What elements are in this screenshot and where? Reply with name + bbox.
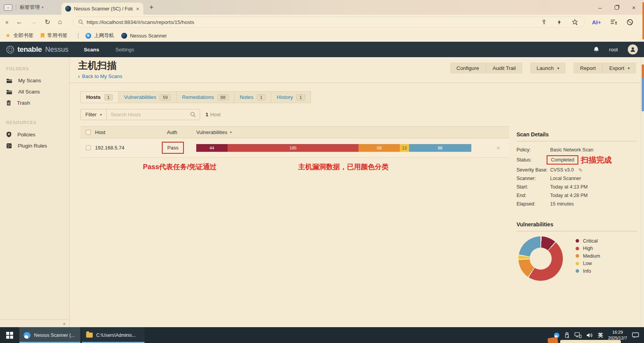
detail-value: CVSS v3.0: [550, 167, 574, 173]
folder-icon: [6, 78, 12, 83]
auth-pass-annotation-box: Pass: [162, 142, 184, 154]
tab-label: Hosts: [86, 94, 101, 100]
column-auth[interactable]: Auth: [167, 129, 196, 135]
detail-row-scanner: Scanner: Local Scanner: [517, 174, 637, 183]
refresh-button[interactable]: ↻: [45, 18, 50, 26]
severity-bar[interactable]: 44 185 58 13 88: [196, 144, 471, 152]
address-bar[interactable]: https://localhost:8834/#/scans/reports/1…: [73, 17, 585, 27]
bookmarks-bar: ★ 全部书签 常用书签 e 上网导航 Nessus Scanner: [0, 29, 644, 42]
window-minimize-button[interactable]: –: [598, 4, 602, 11]
tab-group-icon[interactable]: –: [4, 4, 12, 11]
scrollbar-marker-orange: [642, 65, 644, 77]
speaker-icon[interactable]: [586, 333, 593, 338]
bookmark-webnav[interactable]: e 上网导航: [85, 32, 114, 39]
scan-tabs: Hosts 1 Vulnerabilities 59 Remediations …: [80, 91, 311, 103]
table-row[interactable]: 192.168.5.74 Pass 44 185 58 13: [80, 138, 509, 158]
tab-notes[interactable]: Notes 1: [234, 91, 271, 103]
new-tab-button[interactable]: +: [150, 3, 154, 12]
ai-copilot-button[interactable]: AI+: [592, 19, 601, 25]
taskbar-app-explorer[interactable]: C:\Users\Adminis...: [82, 327, 144, 343]
row-checkbox[interactable]: [86, 145, 91, 150]
sidebar-item-trash[interactable]: Trash: [0, 97, 69, 109]
column-vulnerabilities[interactable]: Vulnerabilities ▾: [196, 129, 488, 135]
detail-row-end: End: Today at 4:28 PM: [517, 191, 637, 200]
tab-manager-button[interactable]: 标签管理 ▾: [20, 4, 44, 11]
key-icon[interactable]: [541, 19, 547, 25]
back-button[interactable]: ←: [16, 18, 23, 26]
bell-icon[interactable]: [593, 46, 599, 53]
sidebar-item-policies[interactable]: Policies: [0, 129, 69, 140]
sidebar-item-my-scans[interactable]: My Scans: [0, 75, 69, 86]
tab-close-icon[interactable]: ×: [136, 6, 139, 12]
report-export-group: Report Export ▾: [573, 63, 636, 73]
browser-titlebar: – 标签管理 ▾ Nessus Scanner (SC) / Folde × +…: [0, 0, 644, 15]
vulnerabilities-donut-chart[interactable]: [518, 236, 563, 281]
tenable-logo[interactable]: tenableNessus: [6, 45, 68, 54]
taskbar-clock[interactable]: 16:29 2025/12/7: [608, 329, 627, 341]
lightning-icon[interactable]: [557, 19, 562, 25]
tab-label: Remediations: [182, 94, 214, 100]
user-menu[interactable]: root: [609, 47, 618, 53]
nav-settings[interactable]: Settings: [116, 47, 134, 53]
filter-label: Filter: [85, 112, 97, 117]
window-restore-button[interactable]: [615, 5, 619, 10]
row-dismiss-icon[interactable]: ×: [488, 144, 509, 151]
back-to-my-scans-link[interactable]: ‹ Back to My Scans: [78, 73, 122, 79]
bookmark-common[interactable]: 常用书签: [41, 32, 67, 39]
column-host[interactable]: Host: [95, 129, 167, 135]
host-ip[interactable]: 192.168.5.74: [95, 145, 167, 151]
reading-list-icon[interactable]: [610, 19, 617, 25]
export-button[interactable]: Export ▾: [602, 63, 636, 73]
audit-trail-button[interactable]: Audit Trail: [486, 63, 522, 73]
network-icon[interactable]: [574, 332, 581, 338]
tab-vulnerabilities[interactable]: Vulnerabilities 59: [118, 91, 176, 103]
extensions-overflow-icon[interactable]: »: [5, 19, 8, 25]
bookmark-label: 全部书签: [13, 32, 33, 39]
severity-segment-critical[interactable]: 44: [196, 144, 228, 152]
start-button[interactable]: [0, 327, 19, 343]
tab-title: Nessus Scanner (SC) / Folde: [74, 6, 133, 12]
browser-tab-active[interactable]: Nessus Scanner (SC) / Folde ×: [61, 3, 143, 15]
home-button[interactable]: ⌂: [58, 18, 62, 26]
severity-segment-medium[interactable]: 58: [359, 144, 399, 152]
detail-row-elapsed: Elapsed: 15 minutes: [517, 200, 637, 208]
legend-item-low: Low: [576, 260, 600, 268]
status-annotation-box: Completed: [547, 155, 578, 165]
bookmark-all[interactable]: ★ 全部书签: [5, 32, 33, 39]
shield-icon: [6, 131, 12, 138]
legend-dot: [576, 254, 579, 258]
vulnerabilities-panel: Vulnerabilities Critical High Medium Low…: [517, 221, 637, 281]
sidebar-item-all-scans[interactable]: All Scans: [0, 86, 69, 97]
severity-segment-info[interactable]: 88: [409, 144, 471, 152]
tab-remediations[interactable]: Remediations 88: [176, 91, 234, 103]
sidebar-collapse-button[interactable]: «: [0, 319, 69, 327]
notification-center-icon[interactable]: [632, 332, 639, 338]
configure-button[interactable]: Configure: [450, 63, 486, 73]
search-icon[interactable]: [190, 112, 200, 117]
taskbar-app-nessus[interactable]: Nessus Scanner (...: [19, 327, 80, 343]
severity-segment-low[interactable]: 13: [400, 144, 409, 152]
search-hosts-input[interactable]: [107, 112, 190, 117]
select-all-checkbox[interactable]: [86, 130, 91, 135]
bookmark-nessus[interactable]: Nessus Scanner: [121, 33, 167, 39]
avatar[interactable]: [628, 44, 638, 54]
forward-button[interactable]: →: [31, 18, 37, 26]
launch-button[interactable]: Launch ▾: [530, 63, 566, 73]
chevron-down-icon: ▾: [628, 66, 630, 70]
ime-indicator[interactable]: 英: [598, 332, 603, 339]
favorite-star-icon[interactable]: [572, 19, 578, 25]
launch-label: Launch: [537, 65, 554, 71]
tab-hosts[interactable]: Hosts 1: [80, 91, 118, 103]
usb-icon[interactable]: [564, 332, 569, 338]
url-text[interactable]: https://localhost:8834/#/scans/reports/1…: [87, 19, 541, 25]
browser-menu-icon[interactable]: [627, 19, 633, 25]
report-button[interactable]: Report: [573, 63, 602, 73]
sidebar-item-plugin-rules[interactable]: Plugin Rules: [0, 140, 69, 151]
window-close-button[interactable]: ×: [632, 4, 636, 11]
scrollbar-thumb[interactable]: [642, 77, 644, 111]
tab-history[interactable]: History 1: [271, 91, 311, 103]
edit-pencil-icon[interactable]: ✎: [578, 167, 583, 173]
filter-dropdown-button[interactable]: Filter ▾: [81, 109, 107, 120]
nav-scans[interactable]: Scans: [84, 47, 99, 53]
severity-segment-high[interactable]: 185: [228, 144, 359, 152]
